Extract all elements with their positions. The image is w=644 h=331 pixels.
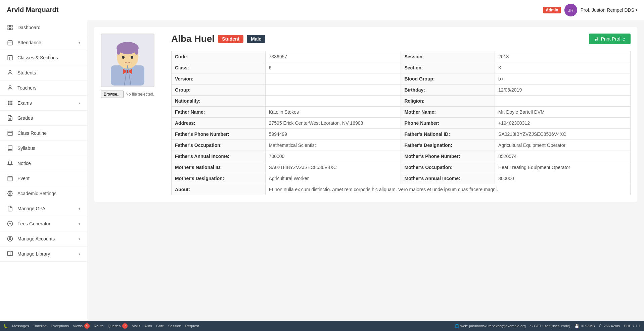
sidebar-item-academic-settings[interactable]: Academic Settings <box>0 186 87 201</box>
profile-photo <box>101 34 154 87</box>
father-national-id-value: SA0218IBYZVZJSEC8536V4XC <box>495 129 631 140</box>
debug-route[interactable]: Route <box>94 324 103 328</box>
phone-number-label: Phone Number: <box>401 118 495 129</box>
sidebar-item-teachers[interactable]: Teachers <box>0 80 87 96</box>
sidebar-item-label: Fees Generator <box>17 221 75 226</box>
sidebar-item-label: Manage GPA <box>17 206 75 211</box>
chevron-down-icon: ▾ <box>79 101 80 105</box>
mother-annual-income-value: 300000 <box>495 173 631 184</box>
sidebar-item-manage-gpa[interactable]: Manage GPA ▾ <box>0 201 87 216</box>
debug-exceptions[interactable]: Exceptions <box>51 324 69 328</box>
main-layout: Dashboard Attendance ▾ Classes & Section… <box>0 20 644 321</box>
student-badge: Student <box>218 35 243 43</box>
sidebar-item-fees-generator[interactable]: Fees Generator ▾ <box>0 216 87 231</box>
sidebar-item-label: Classes & Sections <box>17 55 80 60</box>
navbar-right: Admin JR Prof. Juston Rempel DDS ▾ <box>543 4 637 16</box>
table-row: Class: 6 Section: K <box>172 62 631 73</box>
student-name: Alba Huel <box>171 34 215 44</box>
sidebar-item-label: Event <box>17 176 80 181</box>
sidebar-item-attendance[interactable]: Attendance ▾ <box>0 35 87 50</box>
debug-web: 🌐 web: jakubowski.rebekah@example.org <box>455 324 526 328</box>
sidebar-item-class-routine[interactable]: Class Routine <box>0 126 87 141</box>
debug-mails[interactable]: Mails <box>132 324 140 328</box>
debug-right-info: 🌐 web: jakubowski.rebekah@example.org ↪ … <box>455 324 641 328</box>
print-profile-label: Print Profile <box>601 36 625 42</box>
sidebar-item-manage-library[interactable]: Manage Library ▾ <box>0 246 87 262</box>
svg-rect-3 <box>11 25 12 27</box>
debug-gate[interactable]: Gate <box>156 324 164 328</box>
table-row: Version: Blood Group: b+ <box>172 73 631 85</box>
address-value: 27595 Erick CenterWest Leoraton, NV 1690… <box>265 118 401 129</box>
mother-occupation-value: Heat Treating Equipment Operator <box>495 162 631 173</box>
svg-point-21 <box>8 104 9 105</box>
version-label: Version: <box>172 73 266 85</box>
father-name-label: Father Name: <box>172 107 266 118</box>
navbar: Arvid Marquardt Admin JR Prof. Juston Re… <box>0 0 644 20</box>
debug-queries[interactable]: Queries 7 <box>108 323 128 329</box>
debug-views[interactable]: Views 5 <box>73 323 90 329</box>
app-brand: Arvid Marquardt <box>7 6 58 14</box>
group-label: Group: <box>172 85 266 96</box>
blood-group-label: Blood Group: <box>401 73 495 85</box>
svg-point-16 <box>10 101 10 102</box>
sidebar-item-dashboard[interactable]: Dashboard <box>0 20 87 35</box>
about-label: About: <box>172 184 266 195</box>
version-value <box>265 73 401 85</box>
svg-rect-26 <box>8 131 12 136</box>
table-row: Father Name: Katelin Stokes Mother Name:… <box>172 107 631 118</box>
svg-point-40 <box>9 237 11 239</box>
svg-rect-2 <box>8 25 9 27</box>
debug-request[interactable]: Request <box>185 324 199 328</box>
browse-button[interactable]: Browse... <box>101 91 124 98</box>
debug-auth[interactable]: Auth <box>144 324 152 328</box>
table-row: Mother's Designation: Agricultural Worke… <box>172 173 631 184</box>
debug-session[interactable]: Session <box>168 324 181 328</box>
sidebar-item-label: Syllabus <box>17 146 80 151</box>
sidebar-item-label: Class Routine <box>17 130 80 136</box>
mother-designation-value: Agricultural Worker <box>265 173 401 184</box>
profile-name-badges: Alba Huel Student Male <box>171 34 265 44</box>
svg-point-19 <box>10 103 10 103</box>
sidebar-item-grades[interactable]: Grades <box>0 111 87 126</box>
chevron-down-icon: ▾ <box>79 41 80 45</box>
svg-rect-46 <box>135 48 138 55</box>
sidebar-item-students[interactable]: Students <box>0 65 87 80</box>
group-value <box>265 85 401 96</box>
sidebar-item-syllabus[interactable]: Syllabus <box>0 141 87 156</box>
code-value: 7386957 <box>265 51 401 62</box>
father-phone-value: 5994499 <box>265 129 401 140</box>
debug-timeline[interactable]: Timeline <box>33 324 47 328</box>
views-count-badge: 5 <box>84 323 90 329</box>
profile-photo-area: Browse... No file selected. <box>101 34 161 195</box>
sidebar-item-notice[interactable]: Notice <box>0 156 87 171</box>
session-value: 2018 <box>495 51 631 62</box>
user-name-dropdown[interactable]: Prof. Juston Rempel DDS ▾ <box>581 7 637 13</box>
debug-icon: 🐛 <box>3 324 8 328</box>
debug-messages[interactable]: Messages <box>12 324 29 328</box>
father-occupation-value: Mathematical Scientist <box>265 140 401 151</box>
sidebar-item-event[interactable]: Event <box>0 171 87 186</box>
table-row: Mother's National ID: SA0218IBYZVZJSEC85… <box>172 162 631 173</box>
sidebar-item-manage-accounts[interactable]: Manage Accounts ▾ <box>0 231 87 246</box>
father-designation-value: Agricultural Equipment Operator <box>495 140 631 151</box>
father-designation-label: Father's Designation: <box>401 140 495 151</box>
svg-point-35 <box>9 193 11 195</box>
table-row: Nationality: Religion: <box>172 96 631 107</box>
nationality-label: Nationality: <box>172 96 266 107</box>
father-phone-label: Father's Phone Number: <box>172 129 266 140</box>
table-row: Father's Annual Income: 700000 Mother's … <box>172 151 631 162</box>
svg-point-48 <box>131 56 133 59</box>
calendar-icon <box>7 130 13 136</box>
nationality-value <box>265 96 401 107</box>
svg-point-13 <box>9 70 11 72</box>
sidebar-item-exams[interactable]: Exams ▾ <box>0 96 87 111</box>
svg-point-15 <box>8 101 9 102</box>
sidebar-item-label: Students <box>17 70 80 75</box>
chevron-down-icon: ▾ <box>79 237 80 241</box>
father-name-value: Katelin Stokes <box>265 107 401 118</box>
table-row: Code: 7386957 Session: 2018 <box>172 51 631 62</box>
svg-point-18 <box>8 103 9 103</box>
religion-value <box>495 96 631 107</box>
sidebar-item-classes-sections[interactable]: Classes & Sections <box>0 50 87 65</box>
print-profile-button[interactable]: 🖨 Print Profile <box>589 34 631 44</box>
